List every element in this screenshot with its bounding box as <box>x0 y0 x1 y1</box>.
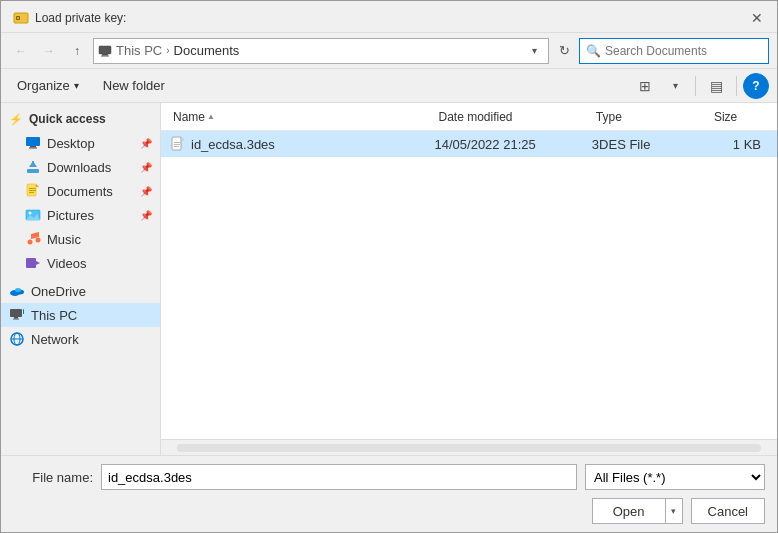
sidebar-item-documents[interactable]: Documents 📌 <box>1 179 160 203</box>
col-type-label: Type <box>596 110 622 124</box>
svg-rect-14 <box>29 188 36 189</box>
svg-marker-13 <box>36 184 39 187</box>
svg-point-26 <box>15 288 21 292</box>
col-name-label: Name <box>173 110 205 124</box>
sidebar-item-onedrive[interactable]: OneDrive <box>1 279 160 303</box>
back-button[interactable]: ← <box>9 39 33 63</box>
sidebar-item-pictures[interactable]: Pictures 📌 <box>1 203 160 227</box>
svg-point-21 <box>36 238 41 243</box>
cancel-button[interactable]: Cancel <box>691 498 765 524</box>
help-icon: ? <box>752 79 759 93</box>
organize-chevron-icon: ▾ <box>74 80 79 91</box>
search-icon: 🔍 <box>586 44 601 58</box>
open-button[interactable]: Open <box>592 498 665 524</box>
sidebar-label-downloads: Downloads <box>47 160 111 175</box>
svg-rect-6 <box>26 137 40 146</box>
sort-icon: ▲ <box>207 112 215 121</box>
svg-rect-22 <box>26 258 36 268</box>
forward-button[interactable]: → <box>37 39 61 63</box>
downloads-pin-icon: 📌 <box>140 162 152 173</box>
sidebar-label-quick-access: Quick access <box>29 112 106 126</box>
filename-input[interactable] <box>101 464 577 490</box>
sidebar-label-pictures: Pictures <box>47 208 94 223</box>
svg-rect-15 <box>29 190 36 191</box>
col-header-date[interactable]: Date modified <box>434 106 591 128</box>
file-list-header: Name ▲ Date modified Type Size <box>161 103 777 131</box>
address-part1: This PC <box>116 43 162 58</box>
cancel-label: Cancel <box>708 504 748 519</box>
svg-rect-27 <box>10 309 22 317</box>
sidebar-item-desktop[interactable]: Desktop 📌 <box>1 131 160 155</box>
music-icon <box>25 231 41 247</box>
sidebar-label-documents: Documents <box>47 184 113 199</box>
documents-pin-icon: 📌 <box>140 186 152 197</box>
view-dropdown-button[interactable]: ▾ <box>661 73 689 99</box>
title-bar: Load private key: ✕ <box>1 1 777 33</box>
file-list-empty-space[interactable] <box>161 157 777 439</box>
svg-rect-36 <box>174 142 181 143</box>
svg-rect-16 <box>29 192 34 193</box>
new-folder-button[interactable]: New folder <box>95 75 173 96</box>
filetype-select[interactable]: All Files (*.*) <box>585 464 765 490</box>
sidebar: ⚡ Quick access Desktop 📌 Downloads 📌 <box>1 103 161 455</box>
svg-rect-28 <box>14 317 18 319</box>
close-button[interactable]: ✕ <box>745 6 769 30</box>
svg-rect-11 <box>32 161 34 167</box>
file-date: 14/05/2022 21:25 <box>435 137 592 152</box>
svg-rect-4 <box>102 54 108 56</box>
col-header-size[interactable]: Size <box>710 106 769 128</box>
open-dropdown-icon: ▾ <box>671 506 676 516</box>
organize-button[interactable]: Organize ▾ <box>9 75 87 96</box>
sidebar-label-music: Music <box>47 232 81 247</box>
col-header-name[interactable]: Name ▲ <box>169 106 434 128</box>
open-label: Open <box>613 504 645 519</box>
pictures-icon <box>25 207 41 223</box>
desktop-pin-icon: 📌 <box>140 138 152 149</box>
help-button[interactable]: ? <box>743 73 769 99</box>
file-row[interactable]: id_ecdsa.3des 14/05/2022 21:25 3DES File… <box>161 131 777 157</box>
main-content: ⚡ Quick access Desktop 📌 Downloads 📌 <box>1 103 777 455</box>
address-dropdown-button[interactable]: ▾ <box>524 39 544 63</box>
button-row: Open ▾ Cancel <box>13 498 765 524</box>
toolbar2-right: ⊞ ▾ ▤ ? <box>631 73 769 99</box>
onedrive-icon <box>9 283 25 299</box>
quick-access-icon: ⚡ <box>9 113 23 126</box>
svg-point-18 <box>29 212 32 215</box>
refresh-button[interactable]: ↻ <box>553 40 575 62</box>
open-dropdown-button[interactable]: ▾ <box>665 498 683 524</box>
title-bar-left: Load private key: <box>13 10 126 26</box>
network-icon <box>9 331 25 347</box>
up-icon: ↑ <box>74 44 80 58</box>
videos-icon <box>25 255 41 271</box>
sidebar-item-music[interactable]: Music <box>1 227 160 251</box>
col-header-type[interactable]: Type <box>592 106 710 128</box>
address-bar[interactable]: This PC › Documents ▾ <box>93 38 549 64</box>
documents-icon <box>25 183 41 199</box>
organize-label: Organize <box>17 78 70 93</box>
svg-rect-29 <box>13 319 19 320</box>
sidebar-item-videos[interactable]: Videos <box>1 251 160 275</box>
dialog-window: Load private key: ✕ ← → ↑ This PC › Docu… <box>0 0 778 533</box>
file-icon <box>169 135 187 153</box>
filename-label: File name: <box>13 470 93 485</box>
toolbar-divider2 <box>736 76 737 96</box>
search-input[interactable] <box>605 44 762 58</box>
file-type: 3DES File <box>592 137 710 152</box>
sidebar-item-network[interactable]: Network <box>1 327 160 351</box>
up-button[interactable]: ↑ <box>65 39 89 63</box>
view-options-button[interactable]: ⊞ <box>631 73 659 99</box>
secondary-toolbar: Organize ▾ New folder ⊞ ▾ ▤ ? <box>1 69 777 103</box>
svg-rect-7 <box>30 146 36 148</box>
horizontal-scrollbar[interactable] <box>161 439 777 455</box>
svg-rect-38 <box>174 146 179 147</box>
open-button-group: Open ▾ <box>592 498 683 524</box>
file-name: id_ecdsa.3des <box>191 137 275 152</box>
pictures-pin-icon: 📌 <box>140 210 152 221</box>
preview-pane-button[interactable]: ▤ <box>702 73 730 99</box>
svg-rect-34 <box>172 137 181 150</box>
sidebar-label-videos: Videos <box>47 256 87 271</box>
sidebar-label-network: Network <box>31 332 79 347</box>
view-dropdown-icon: ▾ <box>673 80 678 91</box>
sidebar-item-this-pc[interactable]: This PC <box>1 303 160 327</box>
sidebar-item-downloads[interactable]: Downloads 📌 <box>1 155 160 179</box>
